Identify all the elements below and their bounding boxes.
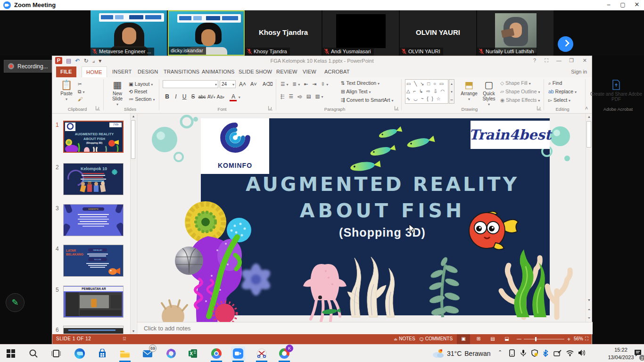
bold-button[interactable]: B <box>164 93 171 100</box>
clipboard-dialog-launcher[interactable] <box>96 106 100 110</box>
tab-home[interactable]: HOME <box>82 66 107 77</box>
previous-slide-icon[interactable]: ⏶ <box>586 306 592 313</box>
find-button[interactable]: ⌕ Find <box>548 80 562 86</box>
edge-icon[interactable] <box>73 346 87 361</box>
drawing-dialog-launcher[interactable] <box>537 106 541 110</box>
tab-animations[interactable]: ANIMATIONS <box>198 66 239 77</box>
format-painter-button[interactable]: 🖌 <box>78 96 83 102</box>
scroll-up-icon[interactable]: ▲ <box>586 114 592 120</box>
wifi-icon[interactable] <box>566 349 574 356</box>
participant-tile-nurlaily[interactable]: Nurlaily Lutfi Lathifah <box>477 10 554 56</box>
pen-input-icon[interactable] <box>553 349 561 357</box>
cut-button[interactable]: ✂ <box>78 81 82 87</box>
thumbnail-scrollbar[interactable]: ▲ ▼ <box>130 114 136 334</box>
task-view-icon[interactable] <box>49 346 63 361</box>
slide-thumbnail-6[interactable] <box>63 326 124 334</box>
volume-icon[interactable] <box>578 349 586 356</box>
char-spacing-button[interactable]: AV▾ <box>207 94 215 99</box>
participant-tile-olvin[interactable]: OLVIN YAURI OLVIN YAURI <box>400 10 477 56</box>
ppt-restore-button[interactable]: ❐ <box>569 58 574 64</box>
paragraph-dialog-launcher[interactable] <box>395 106 399 110</box>
section-button[interactable]: ≔ Section ▾ <box>129 96 155 102</box>
slide-thumbnail-4[interactable]: LATAR BELAKANG MASALAH SOLUSI <box>63 245 124 277</box>
mail-icon[interactable]: 69 <box>140 346 155 361</box>
ppt-help-icon[interactable]: ? <box>533 58 536 63</box>
tab-acrobat[interactable]: ACROBAT <box>320 66 354 77</box>
text-direction-button[interactable]: ⇅ Text Direction ▾ <box>341 80 380 86</box>
participant-tile-metaverse[interactable]: Metaverse Engineer ... <box>91 10 167 56</box>
chrome-icon[interactable] <box>209 346 223 361</box>
shape-outline-button[interactable]: ▱ Shape Outline ▾ <box>500 89 540 94</box>
search-icon[interactable] <box>26 346 41 361</box>
zoom-out-button[interactable]: — <box>517 336 521 341</box>
shadow-button[interactable]: S <box>190 93 197 100</box>
microphone-icon[interactable] <box>520 349 527 357</box>
tab-slideshow[interactable]: SLIDE SHOW <box>234 66 276 77</box>
slide-thumbnail-3[interactable]: DESKRIPSI <box>63 204 124 236</box>
participant-tile-andi[interactable]: Andi Yusmalasari <box>322 10 399 56</box>
taskbar-clock[interactable]: 15:22 13/04/2023 <box>606 346 636 361</box>
paste-button[interactable]: 📋 Paste▾ <box>56 79 77 106</box>
slide-editor[interactable]: KOMINFO Train4best AUGMENTED REALITY ABO… <box>137 114 586 322</box>
tab-file[interactable]: FILE <box>56 66 76 77</box>
zoom-in-button[interactable]: + <box>567 336 570 343</box>
next-participants-button[interactable] <box>558 36 573 52</box>
reading-view-button[interactable]: ▤ <box>486 334 499 344</box>
zoom-taskbar-icon[interactable] <box>231 346 245 361</box>
tray-expand-icon[interactable]: ⌃ <box>498 349 502 355</box>
shapes-gallery[interactable]: ▭ ╲ ↘ □ ○ ▭ △ ⌐ ↳ ⇨ ⇩ ◠ ∿ ◡ ~ { } ☆ ▴▾═ <box>405 77 457 108</box>
slide-thumbnail-2[interactable]: Kelompok 10 <box>63 163 124 195</box>
participant-tile-dicky[interactable]: dicky.iskandar <box>168 10 245 56</box>
arrange-button[interactable]: ⬒ Arrange▾ <box>460 79 479 106</box>
font-color-dropdown[interactable]: ▾ <box>239 95 240 99</box>
create-pdf-button[interactable]: Create and Share Adobe PDF <box>590 79 643 102</box>
slide-thumbnail-1[interactable]: T4b AUGMENTED REALITY ABOUT FISH (Shoppi… <box>63 121 124 153</box>
font-name-combo[interactable]: ▾ <box>163 80 218 88</box>
notification-center-icon[interactable]: 2 <box>634 349 642 359</box>
new-slide-button[interactable]: ▦ New Slide▾ <box>107 79 128 106</box>
snipping-tool-icon[interactable] <box>255 346 269 361</box>
tab-view[interactable]: VIEW <box>298 66 321 77</box>
phone-link-icon[interactable] <box>508 349 516 357</box>
office-loop-icon[interactable] <box>164 346 178 361</box>
font-dialog-launcher[interactable] <box>268 106 272 110</box>
normal-view-button[interactable]: ▣ <box>457 334 470 344</box>
replace-button[interactable]: ab Replace ▾ <box>548 89 577 94</box>
align-buttons[interactable]: ⬱ ☰ ⬲ ▤ ▥▾ <box>281 93 324 99</box>
tab-insert[interactable]: INSERT <box>108 66 136 77</box>
editor-scrollbar[interactable]: ▲ ▼ ⏶ ⏷ <box>586 114 592 322</box>
copy-button[interactable]: ⧉ ▾ <box>78 89 84 95</box>
tab-design[interactable]: DESIGN <box>133 66 162 77</box>
select-button[interactable]: ▻ Select ▾ <box>548 97 570 103</box>
chrome-profile-icon[interactable]: K <box>277 346 291 361</box>
zoom-slider-thumb[interactable] <box>535 337 537 341</box>
clear-formatting-button[interactable]: A⌫ <box>263 81 273 87</box>
ppt-close-button[interactable]: ✕ <box>583 58 587 64</box>
change-case-button[interactable]: Aa▾ <box>217 94 224 99</box>
notes-pane[interactable]: Click to add notes <box>137 322 593 334</box>
align-text-button[interactable]: ⊞ Align Text ▾ <box>341 89 371 94</box>
italic-button[interactable]: I <box>172 93 179 100</box>
bluetooth-icon[interactable] <box>542 349 549 357</box>
collapse-ribbon-icon[interactable]: ˄ <box>585 106 588 111</box>
weather-widget[interactable]: 31°C Berawan <box>432 346 491 361</box>
shape-fill-button[interactable]: ◇ Shape Fill ▾ <box>500 80 531 86</box>
zoom-minimize-button[interactable]: – <box>602 0 616 10</box>
excel-icon[interactable]: X <box>186 346 200 361</box>
layout-button[interactable]: ▣ Layout ▾ <box>129 81 153 87</box>
slide-sorter-button[interactable]: ⊞ <box>472 334 485 344</box>
ribbon-display-icon[interactable]: ⛶ <box>545 58 548 64</box>
smartart-button[interactable]: ⇶ Convert to SmartArt ▾ <box>341 97 393 103</box>
underline-button[interactable]: U <box>181 93 188 100</box>
slideshow-button[interactable]: ⬓ <box>500 334 513 344</box>
fit-slide-icon[interactable]: ⛶ <box>585 336 588 342</box>
slide-thumbnail-5[interactable]: PEMBUATAN AR <box>63 286 124 318</box>
tab-review[interactable]: REVIEW <box>272 66 302 77</box>
zoom-maximize-button[interactable]: ▢ <box>616 0 630 10</box>
microsoft-store-icon[interactable] <box>95 346 109 361</box>
font-size-combo[interactable]: 24▾ <box>220 80 236 88</box>
security-shield-icon[interactable]: ! <box>531 349 538 357</box>
participant-tile-khosy[interactable]: Khosy Tjandra Khosy Tjandra <box>245 10 322 56</box>
scroll-down-icon[interactable]: ▼ <box>131 329 136 334</box>
zoom-slider[interactable] <box>524 339 564 339</box>
